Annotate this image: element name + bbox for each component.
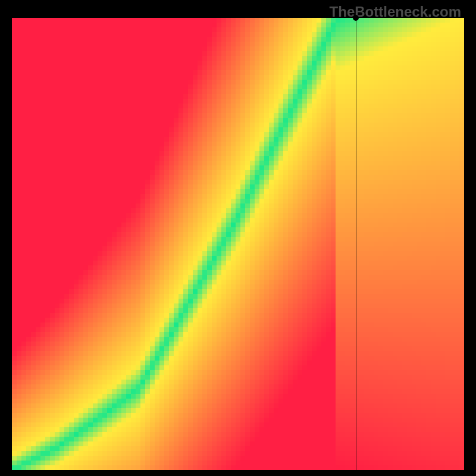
marker-dot — [353, 15, 359, 21]
vertical-marker-line — [356, 18, 356, 470]
heatmap-canvas — [12, 18, 464, 470]
